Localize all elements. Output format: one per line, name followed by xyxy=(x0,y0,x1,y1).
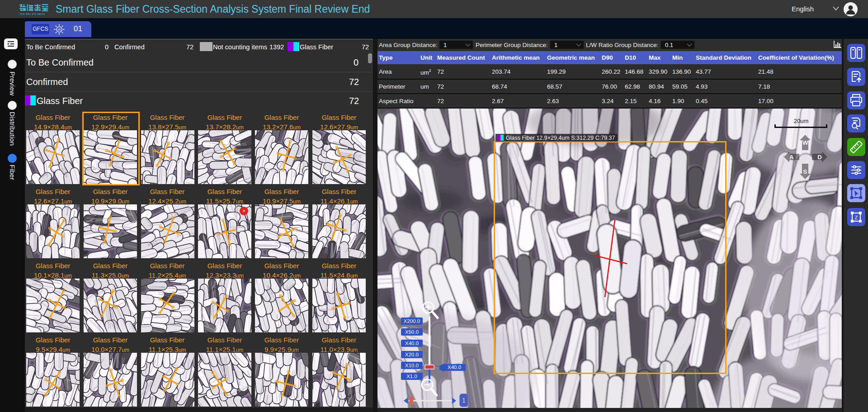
svg-text:IR: IR xyxy=(58,28,61,31)
svg-text:Z: Z xyxy=(855,215,858,220)
